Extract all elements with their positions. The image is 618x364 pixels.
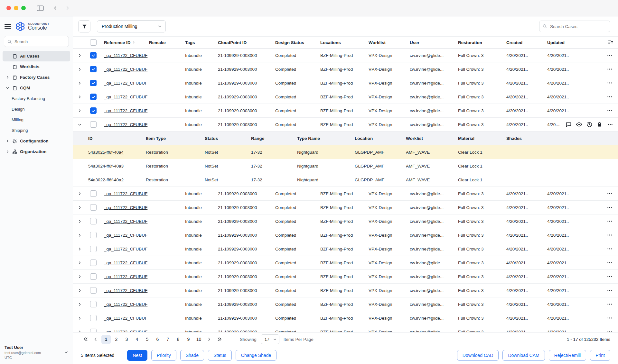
row-actions-menu[interactable] xyxy=(606,107,613,114)
header-user[interactable]: User xyxy=(410,40,458,45)
header-reference-id[interactable]: Reference ID xyxy=(101,40,149,45)
row-checkbox[interactable] xyxy=(90,190,97,197)
first-page-button[interactable] xyxy=(81,335,90,344)
reference-id-link[interactable]: _qa_111722_CFUBUF xyxy=(104,288,147,293)
reference-id-link[interactable]: _qa_111722_CFUBUF xyxy=(104,67,147,72)
row-checkbox[interactable] xyxy=(90,218,97,224)
shade-button[interactable]: Shade xyxy=(180,350,204,361)
row-checkbox[interactable] xyxy=(90,232,97,238)
row-expand-chevron[interactable] xyxy=(76,52,83,59)
items-per-page-select[interactable]: 17 xyxy=(261,334,279,344)
reference-id-link[interactable]: _qa_111722_CFUBUF xyxy=(104,205,147,210)
reference-id-link[interactable]: _qa_111722_CFUBUF xyxy=(104,108,147,113)
sidebar-item-factory-balancing[interactable]: Factory Balancing xyxy=(3,93,70,104)
chevron-down-icon[interactable] xyxy=(5,86,10,90)
download-cam-button[interactable]: Download CAM xyxy=(502,350,545,361)
page-button[interactable]: 6 xyxy=(153,335,162,344)
reference-id-link[interactable]: _qa_111722_CFUBUF xyxy=(104,219,147,224)
row-checkbox[interactable] xyxy=(90,315,97,321)
row-expand-chevron[interactable] xyxy=(76,246,83,252)
sidebar-item-organization[interactable]: Organization xyxy=(3,146,70,157)
priority-button[interactable]: Priority xyxy=(151,350,176,361)
reference-id-link[interactable]: _qa_111722_CFUBUF xyxy=(104,81,147,86)
sidebar-item-design[interactable]: Design xyxy=(3,104,70,114)
print-button[interactable]: Print xyxy=(590,350,610,361)
header-restoration[interactable]: Restoration xyxy=(458,40,506,45)
row-expand-chevron[interactable] xyxy=(76,66,83,72)
sidebar-item-cqm[interactable]: CQM xyxy=(3,83,70,93)
row-expand-chevron[interactable] xyxy=(76,315,83,321)
forward-button[interactable] xyxy=(65,5,70,11)
page-button[interactable]: 1 xyxy=(101,335,111,344)
chevron-right-icon[interactable] xyxy=(5,150,10,153)
reject-remill-button[interactable]: Reject/Remill xyxy=(549,350,586,361)
row-actions-menu[interactable] xyxy=(606,79,613,87)
header-worklist[interactable]: Worklist xyxy=(369,40,410,45)
row-checkbox[interactable] xyxy=(90,301,97,307)
change-shade-button[interactable]: Change Shade xyxy=(236,350,276,361)
row-actions-menu[interactable] xyxy=(606,204,613,211)
row-actions-menu[interactable] xyxy=(606,217,613,225)
reference-id-link[interactable]: _qa_111722_CFUBUF xyxy=(104,122,147,127)
sidebar-item-configuration[interactable]: Configuration xyxy=(3,136,70,146)
lock-icon[interactable] xyxy=(597,122,602,127)
last-page-button[interactable] xyxy=(215,335,224,344)
reference-id-link[interactable]: _qa_111722_CFUBUF xyxy=(104,260,147,265)
row-checkbox[interactable] xyxy=(90,94,97,100)
row-actions-menu[interactable] xyxy=(606,65,613,73)
row-expand-chevron[interactable] xyxy=(76,107,83,114)
reference-id-link[interactable]: _qa_111722_CFUBUF xyxy=(104,95,147,99)
row-checkbox[interactable] xyxy=(90,80,97,86)
view-select[interactable]: Production Milling xyxy=(97,20,166,32)
row-collapse-chevron[interactable] xyxy=(76,121,83,128)
row-expand-chevron[interactable] xyxy=(76,301,83,307)
row-checkbox[interactable] xyxy=(90,121,97,128)
view-icon[interactable] xyxy=(576,121,582,128)
row-actions-menu[interactable] xyxy=(606,231,613,239)
sidebar-item-all-cases[interactable]: All Cases xyxy=(3,51,70,61)
row-checkbox[interactable] xyxy=(90,107,97,114)
row-actions-menu[interactable] xyxy=(606,259,613,267)
row-actions-menu[interactable] xyxy=(606,190,613,197)
row-expand-chevron[interactable] xyxy=(76,287,83,294)
history-icon[interactable] xyxy=(586,122,593,128)
sidebar-item-factory-cases[interactable]: Factory Cases xyxy=(3,72,70,83)
column-sort-settings-icon[interactable] xyxy=(608,39,613,46)
sidebar-item-milling[interactable]: Milling xyxy=(3,114,70,125)
row-expand-chevron[interactable] xyxy=(76,94,83,100)
user-menu-chevron-icon[interactable] xyxy=(64,350,68,355)
page-button[interactable]: 4 xyxy=(132,335,142,344)
row-actions-menu[interactable] xyxy=(606,121,614,128)
page-button[interactable]: 5 xyxy=(143,335,152,344)
row-expand-chevron[interactable] xyxy=(76,80,83,86)
reference-id-link[interactable]: _qa_111722_CFUBUF xyxy=(104,247,147,251)
previous-page-button[interactable] xyxy=(91,335,100,344)
page-button[interactable]: 8 xyxy=(173,335,183,344)
row-expand-chevron[interactable] xyxy=(76,273,83,280)
row-checkbox[interactable] xyxy=(90,204,97,211)
select-all-checkbox[interactable] xyxy=(90,39,97,46)
sidebar-item-shipping[interactable]: Shipping xyxy=(3,125,70,136)
page-button[interactable]: 2 xyxy=(112,335,121,344)
header-remake[interactable]: Remake xyxy=(149,40,185,45)
page-button[interactable]: 10 xyxy=(194,335,203,344)
sidebar-search-input[interactable] xyxy=(4,36,69,47)
item-id-link[interactable]: 54a3025-ff6f-40a4 xyxy=(88,150,124,155)
row-checkbox[interactable] xyxy=(90,287,97,294)
comment-icon[interactable] xyxy=(566,122,572,128)
row-checkbox[interactable] xyxy=(90,66,97,72)
row-checkbox[interactable] xyxy=(90,52,97,59)
header-cloudpoint-id[interactable]: CloudPoint ID xyxy=(218,40,275,45)
reference-id-link[interactable]: _qa_111722_CFUBUF xyxy=(104,330,147,332)
status-button[interactable]: Status xyxy=(208,350,232,361)
reference-id-link[interactable]: _qa_111722_CFUBUF xyxy=(104,302,147,307)
chevron-right-icon[interactable] xyxy=(5,139,10,143)
row-checkbox[interactable] xyxy=(90,246,97,252)
close-button[interactable] xyxy=(6,6,11,10)
row-actions-menu[interactable] xyxy=(606,93,613,101)
filter-button[interactable] xyxy=(78,20,90,32)
row-actions-menu[interactable] xyxy=(606,300,613,308)
item-id-link[interactable]: 54a3024-ff6f-40a3 xyxy=(88,164,124,168)
item-id-link[interactable]: 54a3022-ff6f-40a2 xyxy=(88,177,124,182)
reference-id-link[interactable]: _qa_111722_CFUBUF xyxy=(104,53,147,58)
